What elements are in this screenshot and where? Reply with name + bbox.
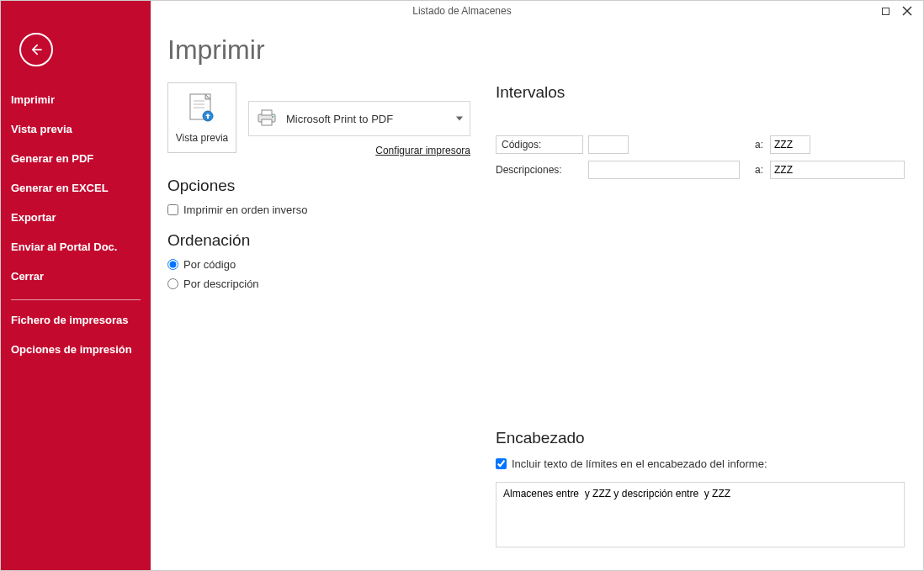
radio-por-codigo-row[interactable]: Por código (167, 258, 470, 271)
radio-por-codigo-label: Por código (183, 258, 236, 271)
svg-point-12 (272, 116, 273, 118)
nav-opciones-impresion[interactable]: Opciones de impresión (1, 335, 151, 364)
radio-por-codigo[interactable] (167, 259, 178, 270)
vista-previa-label: Vista previa (176, 132, 228, 144)
vista-previa-button[interactable]: Vista previa (167, 82, 236, 153)
svg-rect-10 (262, 110, 272, 115)
radio-por-descripcion-row[interactable]: Por descripción (167, 278, 470, 290)
configurar-impresora-link[interactable]: Configurar impresora (248, 145, 470, 156)
codigos-to-input[interactable] (770, 135, 810, 154)
nav-generar-excel[interactable]: Generar en EXCEL (1, 173, 151, 203)
nav-fichero-impresoras[interactable]: Fichero de impresoras (1, 305, 151, 335)
sidebar-separator (11, 299, 141, 300)
a-label-1: a: (745, 139, 765, 151)
reverse-order-checkbox[interactable] (167, 204, 178, 215)
encabezado-heading: Encabezado (496, 429, 905, 447)
nav-cerrar[interactable]: Cerrar (1, 262, 151, 291)
close-icon[interactable] (901, 5, 913, 17)
nav-enviar-portal[interactable]: Enviar al Portal Doc. (1, 232, 151, 262)
codigos-label-button[interactable]: Códigos: (496, 135, 583, 154)
printer-name: Microsoft Print to PDF (286, 113, 393, 125)
chevron-down-icon (456, 117, 463, 121)
codigos-from-input[interactable] (588, 135, 629, 154)
radio-por-descripcion[interactable] (167, 278, 178, 289)
descripciones-from-input[interactable] (588, 161, 740, 179)
back-button[interactable] (19, 33, 53, 66)
printer-icon (256, 108, 286, 130)
descripciones-to-input[interactable] (770, 161, 905, 179)
nav-imprimir[interactable]: Imprimir (1, 85, 151, 114)
descripciones-label: Descripciones: (496, 161, 583, 179)
ordenacion-heading: Ordenación (167, 231, 470, 250)
restore-icon[interactable] (882, 8, 889, 15)
intervalos-heading: Intervalos (496, 83, 905, 102)
reverse-order-label: Imprimir en orden inverso (183, 204, 307, 216)
nav-exportar[interactable]: Exportar (1, 203, 151, 232)
radio-por-descripcion-label: Por descripción (183, 278, 259, 290)
opciones-heading: Opciones (167, 177, 470, 195)
printer-select[interactable]: Microsoft Print to PDF (248, 101, 470, 136)
include-limits-label: Incluir texto de límites en el encabezad… (512, 457, 767, 470)
include-limits-row[interactable]: Incluir texto de límites en el encabezad… (496, 457, 905, 470)
header-text-area[interactable] (496, 482, 905, 547)
include-limits-checkbox[interactable] (496, 458, 507, 469)
svg-rect-11 (262, 119, 272, 125)
nav-generar-pdf[interactable]: Generar en PDF (1, 144, 151, 173)
reverse-order-checkbox-row[interactable]: Imprimir en orden inverso (167, 204, 470, 216)
page-title: Imprimir (167, 34, 470, 66)
document-preview-icon (188, 93, 216, 127)
a-label-2: a: (745, 164, 765, 176)
nav-vista-previa[interactable]: Vista previa (1, 114, 151, 144)
sidebar: Imprimir Vista previa Generar en PDF Gen… (1, 1, 151, 570)
